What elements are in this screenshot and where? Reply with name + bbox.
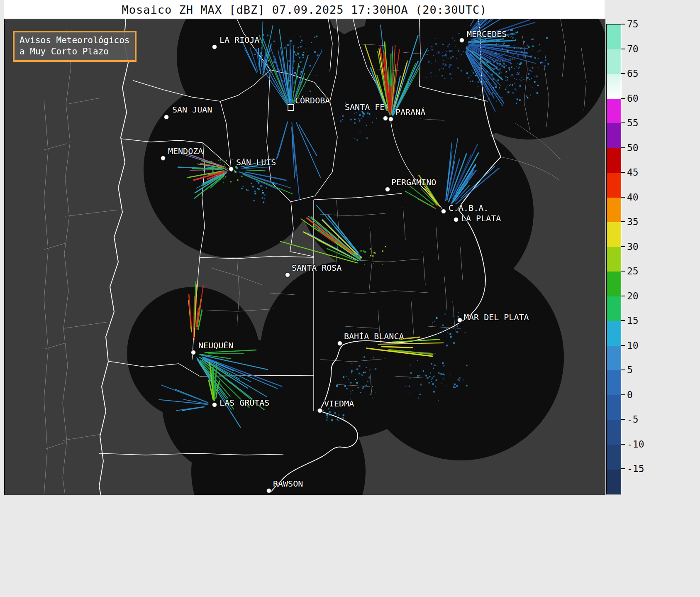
radar-echo-speckle xyxy=(345,385,346,387)
radar-echo-speckle xyxy=(468,77,470,79)
radar-echo-speckle xyxy=(366,385,367,386)
radar-echo-speckle xyxy=(478,81,479,83)
radar-echo-speckle xyxy=(299,57,300,59)
radar-echo-speckle xyxy=(510,76,511,77)
colorbar-tick-label: 65 xyxy=(627,68,639,79)
radar-echo-speckle xyxy=(360,119,361,120)
radar-echo-speckle xyxy=(486,42,488,43)
radar-echo-speckle xyxy=(456,325,458,327)
radar-echo-speckle xyxy=(472,52,473,54)
radar-echo-speckle xyxy=(243,159,245,160)
radar-echo-speckle xyxy=(272,72,273,73)
radar-echo-speckle xyxy=(360,132,361,133)
radar-echo-speckle xyxy=(375,368,376,369)
radar-echo-speckle xyxy=(505,65,507,66)
radar-echo-speckle xyxy=(482,78,483,79)
radar-echo-speckle xyxy=(217,169,218,170)
radar-echo-speckle xyxy=(227,168,228,169)
radar-echo-speckle xyxy=(265,181,266,182)
radar-echo-speckle xyxy=(471,70,472,71)
radar-echo-speckle xyxy=(212,169,214,171)
radar-mosaic-page: { "title": "Mosaico ZH MAX [dBZ] 07.09.2… xyxy=(0,0,700,597)
radar-echo-speckle xyxy=(359,114,361,116)
map-title-text: Mosaico ZH MAX [dBZ] 07.09.2025 17:30HOA… xyxy=(122,3,487,16)
radar-echo-speckle xyxy=(545,56,546,57)
radar-echo-speckle xyxy=(430,72,432,74)
radar-echo-speckle xyxy=(512,37,514,39)
colorbar-tick-mark xyxy=(621,98,625,99)
colorbar-tick-label: 35 xyxy=(627,216,639,227)
radar-echo-speckle xyxy=(259,39,261,40)
radar-echo-speckle xyxy=(297,78,298,78)
radar-echo-speckle xyxy=(354,119,355,120)
radar-echo-speckle xyxy=(438,51,440,54)
colorbar-tick-label: 10 xyxy=(627,340,639,351)
radar-echo-speckle xyxy=(443,68,444,69)
radar-echo-speckle xyxy=(369,113,370,115)
radar-echo-speckle xyxy=(521,77,522,78)
radar-echo-speckle xyxy=(514,59,515,60)
radar-echo-speckle xyxy=(356,369,358,370)
radar-echo-speckle xyxy=(491,83,492,84)
radar-echo-speckle xyxy=(296,55,297,56)
colorbar-segment xyxy=(607,49,621,74)
radar-echo-speckle xyxy=(497,58,498,59)
radar-echo-speckle xyxy=(429,382,430,384)
radar-echo-speckle xyxy=(293,82,295,84)
radar-echo-speckle xyxy=(360,250,362,252)
radar-echo-speckle xyxy=(405,386,406,387)
radar-echo-speckle xyxy=(243,186,244,187)
radar-echo-speckle xyxy=(486,61,488,63)
colorbar-tick-label: 70 xyxy=(627,44,639,54)
radar-echo-speckle xyxy=(218,159,219,159)
radar-echo-speckle xyxy=(234,170,235,171)
radar-echo-speckle xyxy=(511,66,512,68)
radar-echo-speckle xyxy=(446,345,448,346)
radar-echo-speckle xyxy=(521,47,522,48)
radar-echo-speckle xyxy=(427,50,429,51)
radar-echo-speckle xyxy=(435,61,436,62)
radar-echo-speckle xyxy=(458,50,459,52)
radar-echo-speckle xyxy=(519,67,520,68)
radar-echo-speckle xyxy=(285,71,286,72)
radar-echo-speckle xyxy=(449,51,450,51)
radar-echo-speckle xyxy=(289,80,291,81)
radar-echo-speckle xyxy=(336,385,338,387)
radar-echo-speckle xyxy=(517,72,518,73)
radar-echo-speckle xyxy=(434,365,435,366)
radar-echo-speckle xyxy=(293,67,294,69)
radar-echo-speckle xyxy=(220,175,221,176)
radar-echo-speckle xyxy=(360,257,362,259)
radar-echo-speckle xyxy=(495,68,497,69)
radar-echo-speckle xyxy=(492,59,493,60)
colorbar-segment xyxy=(607,395,621,420)
radar-echo-speckle xyxy=(345,103,346,104)
short-term-warnings-button[interactable]: Avisos Meteorológicos a Muy Corto Plazo xyxy=(13,31,137,62)
radar-echo-speckle xyxy=(254,193,256,194)
radar-echo-speckle xyxy=(327,417,328,418)
radar-echo-speckle xyxy=(509,56,510,56)
radar-map-canvas xyxy=(5,19,605,495)
radar-echo-speckle xyxy=(478,64,480,65)
radar-echo-speckle xyxy=(284,47,285,49)
radar-echo-speckle xyxy=(539,44,540,46)
radar-echo-speckle xyxy=(266,55,267,56)
radar-echo-speckle xyxy=(311,42,312,43)
radar-echo-speckle xyxy=(480,60,481,61)
radar-echo-speckle xyxy=(283,61,284,63)
radar-echo-speckle xyxy=(514,78,515,79)
radar-echo-speckle xyxy=(463,38,463,39)
colorbar-segment xyxy=(607,148,621,173)
colorbar-tick-mark xyxy=(621,246,625,247)
radar-echo-speckle xyxy=(450,336,452,338)
colorbar-segment xyxy=(607,247,621,272)
radar-echo-speckle xyxy=(350,391,351,392)
radar-echo-speckle xyxy=(532,71,532,72)
radar-echo-speckle xyxy=(433,391,435,393)
radar-echo-speckle xyxy=(219,174,220,174)
colorbar-tick-mark xyxy=(621,345,625,346)
radar-echo-speckle xyxy=(491,73,493,75)
radar-echo-speckle xyxy=(449,59,449,59)
colorbar-segment xyxy=(607,222,621,247)
radar-echo-speckle xyxy=(477,72,478,73)
